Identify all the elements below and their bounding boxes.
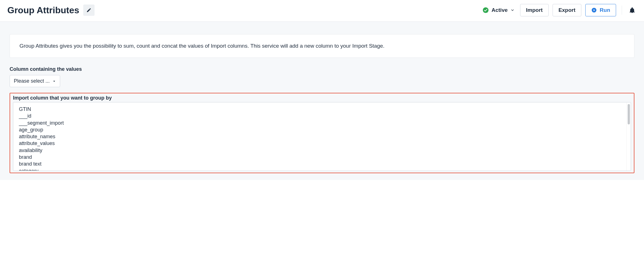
status-dropdown[interactable]: Active — [483, 7, 514, 13]
header-right: Active Import Export Run — [483, 4, 637, 16]
group-by-listbox[interactable]: GTIN___id___segment_importage_groupattri… — [13, 102, 626, 171]
group-by-highlight: Import column that you want to group by … — [10, 93, 634, 173]
list-item[interactable]: brand text — [19, 161, 621, 167]
column-values-placeholder: Please select ... — [14, 78, 50, 84]
run-button-label: Run — [600, 7, 610, 13]
scrollbar[interactable] — [626, 102, 631, 171]
page-title: Group Attributes — [7, 5, 79, 16]
page-header: Group Attributes Active Import Export — [0, 0, 644, 22]
play-circle-icon — [591, 7, 597, 13]
group-by-label: Import column that you want to group by — [13, 95, 631, 101]
content-area: Group Attributes gives you the possibili… — [0, 22, 644, 180]
import-button[interactable]: Import — [520, 4, 549, 16]
group-by-listbox-container: GTIN___id___segment_importage_groupattri… — [13, 102, 631, 171]
import-button-label: Import — [526, 7, 543, 13]
notifications-button[interactable] — [628, 6, 637, 15]
vertical-divider — [622, 6, 622, 15]
pencil-icon — [86, 8, 91, 13]
chevron-down-icon — [511, 8, 514, 12]
edit-title-button[interactable] — [83, 5, 95, 16]
list-item[interactable]: ___id — [19, 113, 621, 119]
list-item[interactable]: category — [19, 168, 621, 171]
list-item[interactable]: brand — [19, 154, 621, 161]
export-button-label: Export — [558, 7, 575, 13]
column-values-label: Column containing the values — [10, 66, 634, 72]
list-item[interactable]: attribute_values — [19, 140, 621, 147]
list-item[interactable]: age_group — [19, 126, 621, 133]
column-values-field: Column containing the values Please sele… — [10, 66, 634, 87]
list-item[interactable]: availability — [19, 147, 621, 154]
list-item[interactable]: attribute_names — [19, 133, 621, 140]
run-button[interactable]: Run — [585, 4, 616, 16]
caret-down-icon — [52, 80, 56, 83]
status-label: Active — [492, 7, 508, 13]
info-box: Group Attributes gives you the possibili… — [10, 34, 634, 58]
list-item[interactable]: ___segment_import — [19, 120, 621, 126]
header-left: Group Attributes — [7, 5, 95, 16]
column-values-select[interactable]: Please select ... — [10, 75, 60, 87]
export-button[interactable]: Export — [553, 4, 581, 16]
bell-icon — [629, 7, 636, 14]
list-item[interactable]: GTIN — [19, 106, 621, 113]
check-circle-icon — [483, 7, 489, 13]
scrollbar-thumb[interactable] — [628, 104, 630, 124]
